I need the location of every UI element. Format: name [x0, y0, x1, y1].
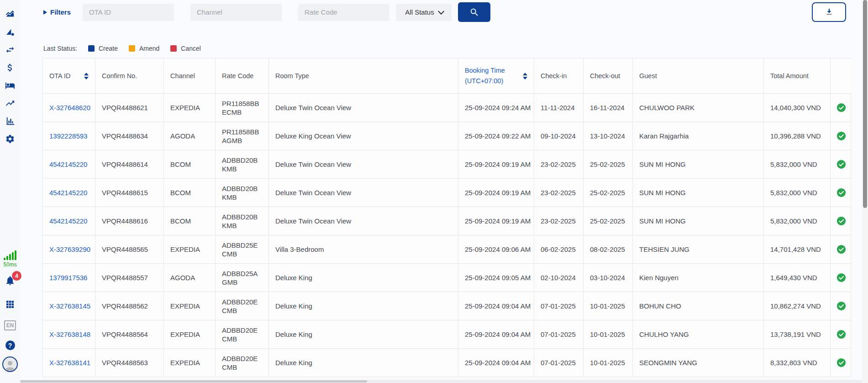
legend-item-amend: Amend: [129, 45, 159, 52]
cell-booking-time: 25-09-2024 09:19 AM: [458, 207, 534, 235]
table-row: 1392228593VPQR4488634AGODAPR11858BBAGMBD…: [43, 122, 851, 150]
horizontal-scrollbar-thumb[interactable]: [20, 380, 367, 383]
cell-check-out: 10-01-2025: [584, 292, 633, 320]
cell-channel: AGODA: [164, 264, 216, 292]
cell-check-in: 07-01-2025: [534, 349, 584, 377]
cell-total-amount: 1,649,430 VND: [764, 264, 831, 292]
vertical-scrollbar-thumb[interactable]: [863, 0, 867, 208]
rate-code-input[interactable]: [298, 4, 389, 21]
search-button[interactable]: [458, 2, 490, 22]
header-room-type: Room Type: [269, 59, 458, 94]
sidebar-item-mountain-gear-icon[interactable]: [5, 27, 15, 37]
sidebar-item-trending-up-icon[interactable]: [5, 98, 15, 108]
cell-guest: SUN MI HONG: [633, 207, 764, 235]
cell-rate-code: ADBBD20BKMB: [216, 207, 269, 235]
ota-id-input[interactable]: [83, 4, 174, 21]
status-select[interactable]: All Status: [396, 4, 452, 21]
help-button[interactable]: ?: [5, 340, 15, 350]
cell-status: [831, 207, 852, 235]
sort-icon[interactable]: [84, 73, 89, 80]
sidebar-item-bar-chart-icon[interactable]: [5, 116, 15, 126]
sidebar-item-swap-arrows-icon[interactable]: [5, 45, 15, 55]
cell-check-in: 07-01-2025: [534, 320, 584, 349]
filter-bar: Filters All Status: [20, 0, 862, 22]
cell-channel: EXPEDIA: [164, 94, 216, 122]
header-booking-time-label: Booking Time (UTC+07:00): [465, 65, 523, 86]
ota-id-link[interactable]: 4542145220: [49, 189, 87, 197]
legend-item-cancel: Cancel: [170, 45, 201, 52]
ota-id-link[interactable]: X-327639290: [49, 245, 90, 253]
ota-id-link[interactable]: 1379917536: [49, 274, 87, 282]
sort-icon[interactable]: [523, 73, 527, 80]
cell-confirm-no: VPQR4488565: [95, 235, 164, 264]
header-check-out: Check-out: [584, 59, 633, 94]
cell-guest: TEHSIEN JUNG: [633, 235, 764, 264]
cell-guest: Kien Nguyen: [633, 264, 764, 292]
horizontal-scrollbar: [20, 380, 862, 383]
cell-confirm-no: VPQR4488614: [95, 150, 164, 179]
cell-booking-time: 25-09-2024 09:04 AM: [458, 349, 534, 377]
ota-id-link[interactable]: X-327638141: [49, 359, 90, 367]
user-avatar[interactable]: [2, 356, 18, 372]
cell-total-amount: 8,332,803 VND: [764, 349, 831, 377]
cell-rate-code: PR11858BBECMB: [216, 94, 269, 122]
cell-check-out: 25-02-2025: [584, 179, 633, 207]
connection-signal-icon: [4, 250, 16, 260]
sidebar: 50ms 4 EN ?: [0, 0, 20, 383]
cell-room-type: Deluxe King Ocean View: [269, 122, 458, 150]
cell-confirm-no: VPQR4488564: [95, 320, 164, 349]
download-button[interactable]: [812, 2, 846, 22]
cell-booking-time: 25-09-2024 09:05 AM: [458, 264, 534, 292]
apps-grid-button[interactable]: [5, 299, 16, 310]
cell-guest: SEONGMIN YANG: [633, 349, 764, 377]
cell-total-amount: 14,040,300 VND: [764, 94, 831, 122]
cell-booking-time: 25-09-2024 09:04 AM: [458, 292, 534, 320]
ota-id-link[interactable]: X-327638145: [49, 302, 90, 310]
create-color-swatch: [88, 45, 95, 52]
table-row: 4542145220VPQR4488614BCOMADBBD20BKMBDelu…: [43, 150, 851, 179]
legend-item-create: Create: [88, 45, 118, 52]
vertical-scrollbar: [862, 0, 868, 383]
trending-up-icon: [5, 98, 15, 108]
cell-ota-id: 1379917536: [43, 264, 95, 292]
cell-status: [831, 150, 852, 179]
sidebar-item-dollar-icon[interactable]: [5, 63, 15, 73]
cell-room-type: Deluxe Twin Ocean View: [269, 150, 458, 179]
notifications-button[interactable]: 4: [5, 275, 16, 288]
area-chart-icon: [5, 9, 15, 19]
sidebar-item-bed-icon[interactable]: [5, 80, 15, 90]
sidebar-item-gear-icon[interactable]: [5, 134, 15, 144]
cell-check-out: 10-01-2025: [584, 320, 633, 349]
cell-booking-time: 25-09-2024 09:04 AM: [458, 320, 534, 349]
cell-channel: AGODA: [164, 122, 216, 150]
channel-input[interactable]: [190, 4, 282, 21]
swap-arrows-icon: [5, 45, 15, 55]
table-row: X-327638145VPQR4488562EXPEDIAADBBD20ECMB…: [43, 292, 851, 320]
dollar-icon: [5, 63, 15, 73]
filters-toggle[interactable]: Filters: [43, 8, 76, 16]
sidebar-item-area-chart-icon[interactable]: [5, 9, 15, 19]
ota-id-link[interactable]: 1392228593: [49, 132, 87, 140]
cell-check-out: 25-02-2025: [584, 207, 633, 235]
cell-confirm-no: VPQR4488563: [95, 349, 164, 377]
cell-check-in: 06-02-2025: [534, 235, 584, 264]
cell-rate-code: ADBBD25ECMB: [216, 235, 269, 264]
header-rate-code: Rate Code: [216, 59, 269, 94]
success-status-icon: [836, 273, 846, 282]
cell-status: [831, 94, 852, 122]
legend-cancel-label: Cancel: [181, 45, 201, 52]
ota-id-link[interactable]: 4542145220: [49, 160, 87, 168]
cell-channel: EXPEDIA: [164, 292, 216, 320]
language-selector[interactable]: EN: [4, 320, 16, 330]
cell-rate-code: ADBBD20BKMB: [216, 150, 269, 179]
cell-check-in: 23-02-2025: [534, 179, 584, 207]
ota-id-link[interactable]: X-327638148: [49, 330, 90, 338]
cell-channel: BCOM: [164, 150, 216, 179]
legend-label: Last Status:: [43, 45, 77, 52]
success-status-icon: [836, 216, 846, 226]
ota-id-link[interactable]: 4542145220: [49, 217, 87, 225]
ota-id-link[interactable]: X-327648620: [49, 104, 90, 112]
success-status-icon: [836, 131, 846, 141]
cell-booking-time: 25-09-2024 09:19 AM: [458, 179, 534, 207]
cell-ota-id: X-327639290: [43, 235, 95, 264]
